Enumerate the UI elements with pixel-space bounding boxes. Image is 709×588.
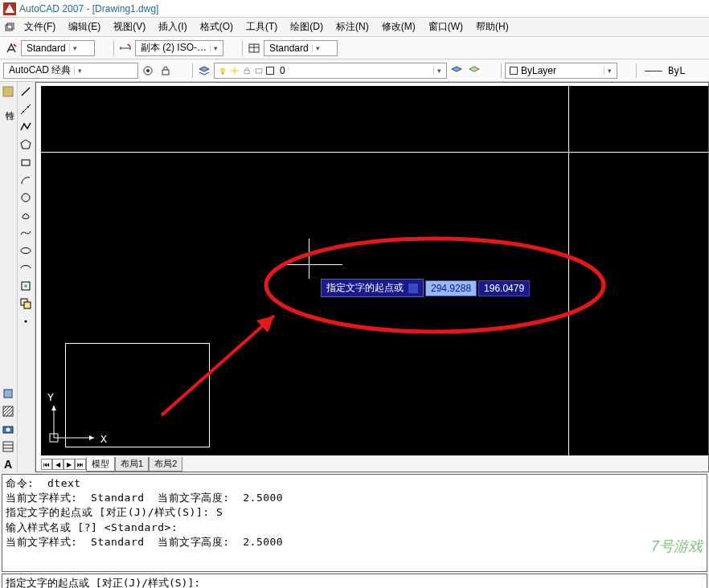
polygon-tool-icon[interactable] xyxy=(18,137,34,153)
workspace-value: AutoCAD 经典 xyxy=(6,63,74,77)
toolbar-row-1: Standard ▾ 副本 (2) ISO-… ▾ Standard ▾ xyxy=(0,37,709,59)
menu-file[interactable]: 文件(F) xyxy=(18,18,62,36)
line-tool-icon[interactable] xyxy=(18,84,34,100)
make-block-icon[interactable] xyxy=(18,296,34,312)
tab-model[interactable]: 模型 xyxy=(86,457,115,472)
circle-tool-icon[interactable] xyxy=(18,190,34,206)
svg-rect-13 xyxy=(4,390,12,398)
cmd-line: 输入样式名或 [?] <Standard>: xyxy=(6,521,703,535)
cmd-line xyxy=(6,549,703,564)
menu-dimension[interactable]: 标注(N) xyxy=(330,18,375,36)
menu-edit[interactable]: 编辑(E) xyxy=(62,18,107,36)
layer-state-icon[interactable] xyxy=(466,63,482,79)
svg-point-22 xyxy=(21,248,31,254)
menu-window[interactable]: 窗口(W) xyxy=(422,18,469,36)
chevron-down-icon: ▾ xyxy=(210,44,221,52)
tab-next-icon[interactable]: ▶ xyxy=(64,459,75,470)
color-swatch xyxy=(266,67,274,75)
spline-tool-icon[interactable] xyxy=(18,225,34,241)
y-coord-input[interactable]: 196.0479 xyxy=(478,280,530,296)
tab-prev-icon[interactable]: ◀ xyxy=(52,459,64,470)
prompt-box: 指定文字的起点或 xyxy=(321,279,424,297)
layer-prev-icon[interactable] xyxy=(449,63,465,79)
x-coord-input[interactable]: 294.9288 xyxy=(425,280,477,296)
menu-draw[interactable]: 绘图(D) xyxy=(284,18,330,36)
ucs-icon: Y X xyxy=(46,391,102,447)
command-input[interactable]: 指定文字的起点或 [对正(J)/样式(S)]: xyxy=(2,574,707,588)
text-icon[interactable]: A xyxy=(0,456,16,472)
svg-point-18 xyxy=(23,111,24,112)
chevron-down-icon: ▾ xyxy=(433,67,445,75)
dynamic-input-tooltip: 指定文字的起点或 294.9288 196.0479 xyxy=(321,279,530,297)
separator xyxy=(486,63,502,78)
text-style-icon[interactable] xyxy=(3,40,19,56)
drawing-canvas[interactable]: Y X 指定文字的起点或 294.9288 196.0479 xyxy=(41,86,708,455)
menu-view[interactable]: 视图(V) xyxy=(107,18,152,36)
menu-format[interactable]: 格式(O) xyxy=(194,18,240,36)
svg-point-9 xyxy=(233,68,237,72)
bulb-icon xyxy=(218,66,227,76)
svg-rect-8 xyxy=(222,72,224,74)
point-tool-icon[interactable] xyxy=(18,313,34,329)
properties-palette: 特性 A xyxy=(0,82,18,472)
prompt-text: 指定文字的起点或 xyxy=(326,281,404,295)
camera-icon[interactable] xyxy=(0,421,16,437)
crosshair-h xyxy=(282,264,342,265)
chevron-down-icon: ▾ xyxy=(69,44,80,52)
hatch-icon[interactable] xyxy=(0,403,16,419)
title-bar: AutoCAD 2007 - [Drawing1.dwg] xyxy=(0,0,709,18)
toolbar-lock-icon[interactable] xyxy=(158,63,174,79)
color-dropdown[interactable]: ByLayer ▾ xyxy=(505,63,617,79)
svg-point-5 xyxy=(146,69,150,72)
cmd-line: 指定文字的起点或 [对正(J)/样式(S)]: S xyxy=(6,505,703,520)
separator xyxy=(227,41,243,55)
cmd-line: 当前文字样式: Standard 当前文字高度: 2.5000 xyxy=(6,491,703,505)
tab-layout1[interactable]: 布局1 xyxy=(115,457,149,472)
svg-point-7 xyxy=(220,67,225,72)
table-style-value: Standard xyxy=(266,43,312,54)
workspace-settings-icon[interactable] xyxy=(140,63,156,79)
color-swatch xyxy=(510,67,518,75)
text-style-dropdown[interactable]: Standard ▾ xyxy=(21,40,95,56)
insert-block-icon[interactable] xyxy=(18,278,34,294)
layer-dropdown[interactable]: 0 ▾ xyxy=(214,63,447,79)
dim-style-dropdown[interactable]: 副本 (2) ISO-… ▾ xyxy=(135,40,223,56)
rectangle-tool-icon[interactable] xyxy=(18,154,34,170)
menu-modify[interactable]: 修改(M) xyxy=(375,18,422,36)
svg-rect-11 xyxy=(256,68,262,72)
ellipse-tool-icon[interactable] xyxy=(18,243,34,259)
prompt-menu-icon[interactable] xyxy=(408,284,418,293)
ellipse-arc-icon[interactable] xyxy=(18,260,34,276)
arc-tool-icon[interactable] xyxy=(18,172,34,188)
svg-point-21 xyxy=(22,194,30,202)
svg-rect-20 xyxy=(22,160,30,165)
menu-tools[interactable]: 工具(T) xyxy=(240,18,284,36)
dim-style-icon[interactable] xyxy=(117,40,133,56)
tab-first-icon[interactable]: ⏮ xyxy=(41,459,52,470)
svg-rect-1 xyxy=(6,25,12,31)
plot-icon xyxy=(254,66,264,76)
tab-layout2[interactable]: 布局2 xyxy=(149,457,182,472)
menu-help[interactable]: 帮助(H) xyxy=(469,18,515,36)
layers-icon[interactable] xyxy=(196,63,212,79)
auto-hide-icon[interactable] xyxy=(0,386,16,402)
lock-icon xyxy=(242,66,252,76)
table-style-dropdown[interactable]: Standard ▾ xyxy=(264,40,338,56)
menu-insert[interactable]: 插入(I) xyxy=(152,18,193,36)
svg-rect-12 xyxy=(3,87,13,96)
dim-style-value: 副本 (2) ISO-… xyxy=(137,41,210,55)
command-history[interactable]: 命令: dtext 当前文字样式: Standard 当前文字高度: 2.500… xyxy=(2,474,707,572)
cmd-line: 命令: dtext xyxy=(6,476,703,491)
separator xyxy=(177,63,193,78)
color-value: ByLayer xyxy=(518,65,604,76)
svg-rect-6 xyxy=(162,70,169,75)
workspace-dropdown[interactable]: AutoCAD 经典 ▾ xyxy=(3,63,138,79)
properties-icon[interactable] xyxy=(0,439,16,455)
construction-line-icon[interactable] xyxy=(18,101,34,117)
polyline-tool-icon[interactable] xyxy=(18,119,34,135)
palette-icon[interactable] xyxy=(0,84,16,100)
revision-cloud-icon[interactable] xyxy=(18,207,34,223)
table-style-icon[interactable] xyxy=(246,40,262,56)
restore-window-icon[interactable] xyxy=(3,21,16,34)
tab-last-icon[interactable]: ⏭ xyxy=(75,459,86,470)
